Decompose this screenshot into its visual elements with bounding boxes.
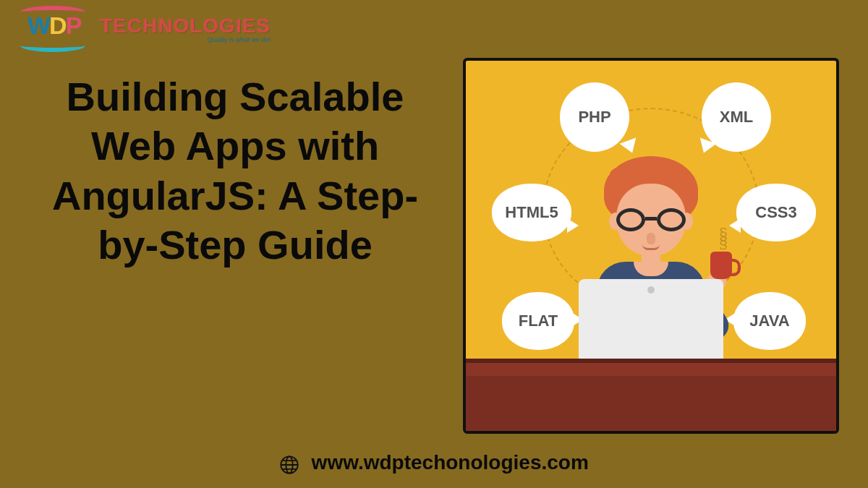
logo-brand: TECHNOLOGIES xyxy=(100,14,271,38)
page-title: Building Scalable Web Apps with AngularJ… xyxy=(22,72,448,270)
globe-icon xyxy=(279,455,299,478)
logo-tagline: Quality is what we do! xyxy=(100,36,271,43)
footer: www.wdptechonologies.com xyxy=(0,451,868,478)
illustration: PHP XML HTML5 CSS3 FLAT JAVA §§ xyxy=(463,58,839,434)
bubble-css3: CSS3 xyxy=(736,184,816,241)
glasses-icon xyxy=(616,208,686,233)
coffee-cup-icon xyxy=(710,252,732,279)
logo: WDP TECHNOLOGIES Quality is what we do! xyxy=(14,7,271,51)
logo-text: TECHNOLOGIES Quality is what we do! xyxy=(100,14,271,43)
bubble-php: PHP xyxy=(560,82,629,152)
steam-icon: §§ xyxy=(719,230,728,247)
desk xyxy=(466,359,836,431)
website-url: www.wdptechonologies.com xyxy=(312,451,589,474)
logo-mark: WDP xyxy=(14,7,94,51)
